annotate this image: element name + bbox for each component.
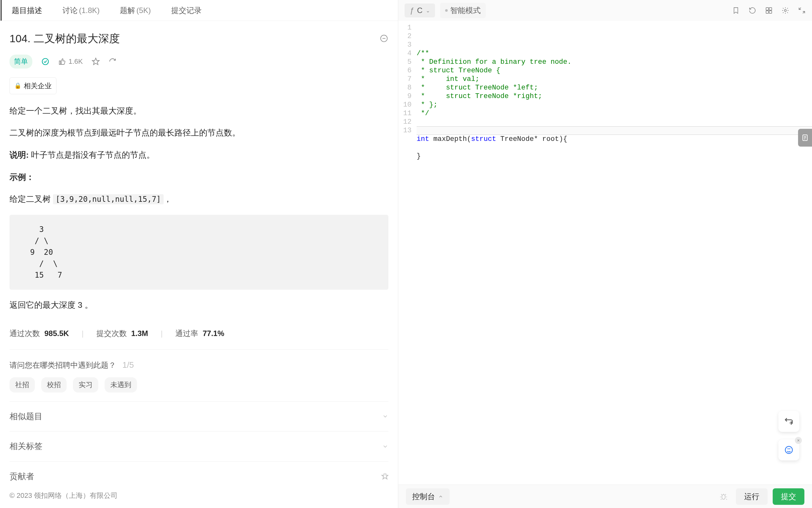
desc-p2: 二叉树的深度为根节点到最远叶子节点的最长路径上的节点数。 bbox=[9, 126, 388, 140]
code-editor[interactable]: 12345678910111213 /** * Definition for a… bbox=[398, 21, 812, 484]
float-chat-button[interactable]: × bbox=[778, 439, 799, 460]
svg-rect-5 bbox=[766, 11, 769, 13]
svg-point-2 bbox=[42, 58, 49, 65]
settings-icon[interactable] bbox=[781, 7, 789, 14]
footer-copyright: © 2023 领扣网络（上海）有限公司 bbox=[0, 483, 398, 508]
float-swap-button[interactable] bbox=[778, 411, 799, 432]
survey-question: 请问您在哪类招聘中遇到此题？1/5 bbox=[9, 360, 134, 370]
tab-description[interactable]: 题目描述 bbox=[1, 0, 52, 20]
company-badge-label: 相关企业 bbox=[24, 80, 52, 91]
svg-rect-4 bbox=[769, 8, 772, 10]
solved-icon bbox=[41, 57, 49, 66]
tab-submissions[interactable]: 提交记录 bbox=[161, 0, 212, 20]
survey-opt-campus[interactable]: 校招 bbox=[41, 377, 66, 392]
collapse-icon[interactable] bbox=[798, 7, 806, 14]
star-icon[interactable] bbox=[92, 57, 100, 66]
like-count: 1.6K bbox=[68, 56, 83, 67]
close-icon[interactable]: × bbox=[795, 437, 802, 444]
code-icon: ƒ bbox=[410, 6, 414, 15]
svg-rect-3 bbox=[766, 8, 769, 10]
svg-point-7 bbox=[784, 9, 786, 11]
tab-discussion[interactable]: 讨论(1.8K) bbox=[52, 0, 110, 20]
chevron-down-icon: ⌄ bbox=[426, 8, 430, 14]
svg-rect-6 bbox=[769, 11, 772, 13]
console-bar: 控制台 运行 提交 bbox=[398, 484, 812, 508]
desc-tree-block: 3 / \ 9 20 / \ 15 7 bbox=[9, 215, 388, 290]
contributor-icon bbox=[380, 472, 388, 480]
section-similar[interactable]: 相似题目 bbox=[9, 401, 388, 431]
smart-mode-label: 智能模式 bbox=[450, 5, 481, 15]
section-contributors[interactable]: 贡献者 bbox=[9, 461, 388, 483]
problem-meta: 简单 1.6K bbox=[9, 54, 388, 68]
desc-example-label: 示例： bbox=[9, 171, 388, 184]
share-icon[interactable] bbox=[109, 58, 116, 66]
problem-tabs: 题目描述 讨论(1.8K) 题解(5K) 提交记录 bbox=[0, 0, 398, 21]
console-toggle[interactable]: 控制台 bbox=[406, 488, 449, 505]
tab-solutions[interactable]: 题解(5K) bbox=[110, 0, 161, 20]
smart-mode-toggle[interactable]: 智能模式 bbox=[440, 3, 486, 18]
company-badge[interactable]: 🔒 相关企业 bbox=[9, 77, 56, 94]
chevron-up-icon bbox=[438, 494, 443, 499]
svg-point-12 bbox=[722, 494, 725, 499]
run-button[interactable]: 运行 bbox=[736, 488, 768, 505]
lock-icon: 🔒 bbox=[14, 81, 21, 90]
code-area[interactable]: /** * Definition for a binary tree node.… bbox=[417, 21, 812, 484]
editor-toolbar: ƒ C ⌄ 智能模式 bbox=[398, 0, 812, 21]
line-gutter: 12345678910111213 bbox=[398, 21, 417, 484]
survey-opt-social[interactable]: 社招 bbox=[9, 377, 35, 392]
desc-p1: 给定一个二叉树，找出其最大深度。 bbox=[9, 104, 388, 118]
submit-button[interactable]: 提交 bbox=[773, 488, 804, 505]
bug-icon[interactable] bbox=[719, 493, 728, 501]
problem-title: 104. 二叉树的最大深度 bbox=[9, 30, 120, 47]
notes-tab-icon[interactable] bbox=[798, 129, 812, 146]
keyboard-icon[interactable] bbox=[765, 7, 773, 14]
more-icon[interactable] bbox=[380, 34, 388, 43]
survey-opt-intern[interactable]: 实习 bbox=[73, 377, 98, 392]
desc-example-given: 给定二叉树 [3,9,20,null,null,15,7]， bbox=[9, 193, 388, 206]
language-select[interactable]: ƒ C ⌄ bbox=[404, 3, 435, 17]
bookmark-icon[interactable] bbox=[732, 7, 740, 14]
like-button[interactable]: 1.6K bbox=[58, 56, 83, 67]
survey-opt-none[interactable]: 未遇到 bbox=[105, 377, 137, 392]
difficulty-badge: 简单 bbox=[9, 54, 32, 68]
chevron-down-icon bbox=[382, 443, 388, 450]
undo-icon[interactable] bbox=[749, 7, 756, 14]
desc-note: 说明: 叶子节点是指没有子节点的节点。 bbox=[9, 149, 388, 162]
language-label: C bbox=[417, 6, 422, 15]
desc-result: 返回它的最大深度 3 。 bbox=[9, 299, 388, 312]
survey-section: 请问您在哪类招聘中遇到此题？1/5 社招 校招 实习 未遇到 bbox=[9, 349, 388, 401]
section-tags[interactable]: 相关标签 bbox=[9, 431, 388, 461]
chevron-down-icon bbox=[382, 413, 388, 420]
svg-point-13 bbox=[785, 447, 793, 454]
dot-icon bbox=[445, 9, 448, 12]
stats-row: 通过次数985.5K | 提交次数1.3M | 通过率77.1% bbox=[9, 328, 388, 340]
